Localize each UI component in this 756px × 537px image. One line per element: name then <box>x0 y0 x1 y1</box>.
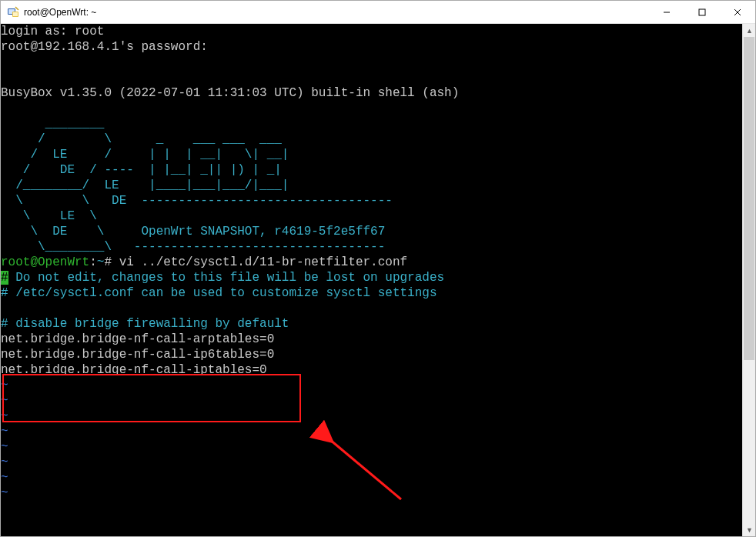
highlighted-setting-line: net.bridge.bridge-nf-call-arptables=0 <box>1 332 742 347</box>
terminal-line: ~ <box>1 470 742 485</box>
terminal-line: \ \ DE ---------------------------------… <box>1 193 742 208</box>
terminal-line: # disable bridge firewalling by default <box>1 316 742 332</box>
prompt-line: root@OpenWrt:~# vi ../etc/sysctl.d/11-br… <box>1 255 742 270</box>
terminal-line: / DE / ---- | |__| _|| |) | _| <box>1 162 742 178</box>
terminal-line: root@192.168.4.1's password: <box>1 39 742 55</box>
scrollbar[interactable]: ▲ ▼ <box>742 24 755 536</box>
putty-icon <box>7 6 19 18</box>
svg-rect-6 <box>699 9 705 15</box>
highlighted-setting-line: net.bridge.bridge-nf-call-iptables=0 <box>1 362 742 378</box>
terminal-line: # /etc/sysctl.conf can be used to custom… <box>1 285 742 301</box>
maximize-button[interactable] <box>684 1 720 24</box>
terminal-line: ~ <box>1 439 742 455</box>
terminal-line: \ DE \ OpenWrt SNAPSHOT, r4619-5f2e5ff67 <box>1 224 742 239</box>
terminal[interactable]: login as: rootroot@192.168.4.1's passwor… <box>1 24 742 536</box>
titlebar[interactable]: root@OpenWrt: ~ <box>1 1 755 24</box>
terminal-line: \________\ -----------------------------… <box>1 239 742 255</box>
terminal-line: /________/ LE |____|___|___/|___| <box>1 178 742 193</box>
close-button[interactable] <box>720 1 755 24</box>
terminal-line: / \ _ ___ ___ ___ <box>1 132 742 147</box>
terminal-line: ~ <box>1 393 742 409</box>
terminal-line: ~ <box>1 485 742 501</box>
highlighted-setting-line: net.bridge.bridge-nf-call-ip6tables=0 <box>1 347 742 362</box>
terminal-line: ~ <box>1 378 742 393</box>
terminal-line: \ LE \ <box>1 208 742 224</box>
terminal-line: ~ <box>1 409 742 424</box>
terminal-line <box>1 55 742 70</box>
terminal-line: BusyBox v1.35.0 (2022-07-01 11:31:03 UTC… <box>1 85 742 101</box>
terminal-line <box>1 301 742 316</box>
app-window: root@OpenWrt: ~ login as: rootroot@192.1… <box>0 0 756 537</box>
scroll-up-icon[interactable]: ▲ <box>743 24 756 37</box>
file-line: # Do not edit, changes to this file will… <box>1 270 742 285</box>
terminal-line: ~ <box>1 424 742 439</box>
terminal-line: ~ <box>1 455 742 470</box>
terminal-line: / LE / | | | __| \| __| <box>1 147 742 162</box>
terminal-line: login as: root <box>1 24 742 39</box>
window-title: root@OpenWrt: ~ <box>24 7 96 18</box>
terminal-line <box>1 70 742 85</box>
minimize-button[interactable] <box>649 1 684 24</box>
terminal-line <box>1 101 742 116</box>
scroll-down-icon[interactable]: ▼ <box>743 523 756 536</box>
svg-rect-3 <box>13 12 18 16</box>
scroll-thumb[interactable] <box>744 37 754 360</box>
terminal-line: ________ <box>1 116 742 132</box>
client-area: login as: rootroot@192.168.4.1's passwor… <box>1 24 755 536</box>
svg-line-4 <box>15 7 18 10</box>
